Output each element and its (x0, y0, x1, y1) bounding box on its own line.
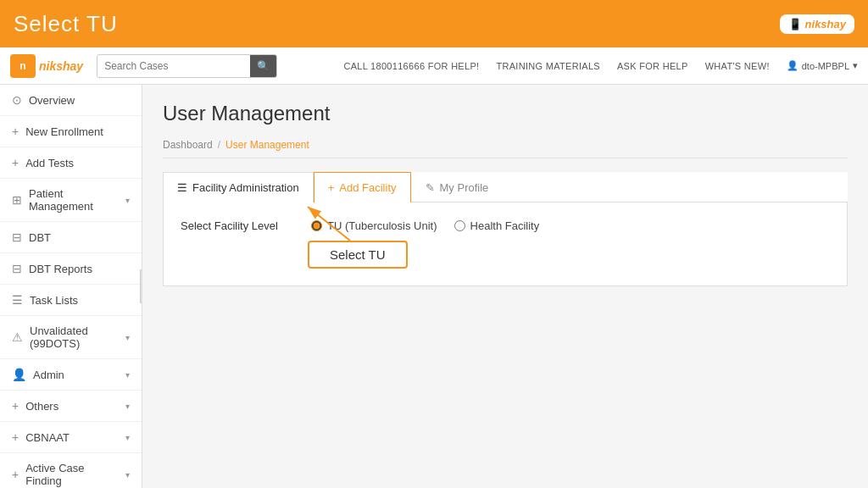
facility-level-label: Select Facility Level (181, 219, 291, 232)
patient-management-icon: ⊞ (12, 193, 22, 207)
nav-username: dto-MPBPL (802, 61, 849, 71)
add-tests-icon: + (12, 156, 19, 169)
breadcrumb-dashboard[interactable]: Dashboard (163, 139, 213, 151)
header-logo-icon: 📱 (788, 18, 802, 30)
sidebar-label-unvalidated: Unvalidated (99DOTS) (30, 324, 119, 350)
header-logo: 📱 nikshay (780, 14, 854, 34)
admin-arrow: ▾ (125, 370, 130, 380)
header-logo-text: nikshay (805, 18, 846, 30)
add-facility-tab-icon: + (328, 181, 335, 194)
sidebar: ⊙ Overview + New Enrollment + Add Tests … (0, 85, 142, 488)
facility-admin-tab-icon: ☰ (177, 181, 187, 194)
overview-icon: ⊙ (12, 93, 22, 107)
sidebar-item-dbt-reports[interactable]: ⊟ DBT Reports (0, 253, 142, 285)
nav-user-menu[interactable]: 👤 dto-MPBPL ▾ (787, 60, 858, 71)
header-title: Select TU (14, 11, 118, 37)
nav-logo[interactable]: n nikshay (10, 54, 83, 78)
unvalidated-arrow: ▾ (125, 333, 130, 342)
search-container: 🔍 (97, 54, 277, 78)
sidebar-item-new-enrollment[interactable]: + New Enrollment (0, 116, 142, 147)
tab-my-profile[interactable]: ✎ My Profile (411, 172, 504, 202)
sidebar-item-overview[interactable]: ⊙ Overview (0, 85, 142, 116)
patient-management-arrow: ▾ (125, 196, 130, 205)
radio-hf[interactable]: Health Facility (454, 219, 540, 232)
select-tu-label: Select TU (330, 247, 386, 262)
sidebar-item-admin[interactable]: 👤 Admin ▾ (0, 359, 142, 391)
dbt-icon: ⊟ (12, 230, 22, 244)
nav-ask-help[interactable]: ASK FOR HELP (617, 61, 688, 71)
sidebar-item-dbt[interactable]: ⊟ DBT (0, 222, 142, 253)
others-icon: + (12, 399, 19, 413)
sidebar-item-task-lists[interactable]: ☰ Task Lists (0, 285, 142, 316)
sidebar-label-dbt: DBT (29, 231, 51, 244)
breadcrumb-user-management[interactable]: User Management (225, 139, 309, 151)
sidebar-label-active-case-finding: Active Case Finding (25, 462, 119, 487)
sidebar-collapse-button[interactable]: ‹ (140, 269, 142, 303)
nav-whats-new[interactable]: WHAT'S NEW! (705, 61, 770, 71)
sidebar-item-unvalidated[interactable]: ⚠ Unvalidated (99DOTS) ▾ (0, 316, 142, 359)
select-tu-box: Select TU (308, 241, 408, 269)
sidebar-item-add-tests[interactable]: + Add Tests (0, 147, 142, 179)
tab-facility-administration[interactable]: ☰ Facility Administration (163, 172, 314, 202)
others-arrow: ▾ (125, 402, 130, 411)
breadcrumb-separator: / (218, 139, 220, 151)
my-profile-tab-icon: ✎ (426, 181, 435, 194)
callout-arrow-svg (299, 200, 367, 242)
nav-training[interactable]: TRAINING MATERIALS (496, 61, 600, 71)
active-case-finding-arrow: ▾ (125, 470, 130, 480)
search-input[interactable] (97, 60, 250, 72)
active-case-finding-icon: + (12, 468, 19, 481)
svg-line-1 (308, 207, 350, 241)
select-tu-callout: Select TU (308, 241, 408, 269)
sidebar-label-task-lists: Task Lists (30, 294, 78, 307)
nav-links: CALL 1800116666 FOR HELP! TRAINING MATER… (343, 60, 858, 71)
my-profile-tab-label: My Profile (440, 181, 489, 194)
user-icon: 👤 (787, 60, 798, 71)
top-header: Select TU 📱 nikshay (0, 0, 868, 47)
main-card: Select Facility Level TU (Tuberculosis U… (163, 202, 848, 286)
main-layout: ⊙ Overview + New Enrollment + Add Tests … (0, 85, 868, 488)
sidebar-label-cbnaat: CBNAAT (25, 431, 70, 444)
main-content: User Management Dashboard / User Managem… (142, 85, 868, 488)
sidebar-label-admin: Admin (33, 369, 64, 381)
nav-logo-icon: n (10, 54, 36, 78)
sidebar-label-new-enrollment: New Enrollment (25, 125, 103, 138)
nav-help-call[interactable]: CALL 1800116666 FOR HELP! (343, 61, 479, 71)
nav-logo-label: nikshay (39, 59, 83, 73)
tab-add-facility[interactable]: + Add Facility (314, 172, 411, 202)
add-facility-tab-label: Add Facility (339, 181, 396, 194)
new-enrollment-icon: + (12, 125, 19, 138)
radio-hf-label: Health Facility (470, 219, 540, 232)
tabs-container: ☰ Facility Administration + Add Facility… (163, 172, 848, 202)
sidebar-label-add-tests: Add Tests (25, 157, 74, 169)
sidebar-item-active-case-finding[interactable]: + Active Case Finding ▾ (0, 453, 142, 488)
unvalidated-icon: ⚠ (12, 330, 23, 344)
search-button[interactable]: 🔍 (250, 54, 276, 78)
task-lists-icon: ☰ (12, 293, 23, 307)
sidebar-label-others: Others (25, 400, 58, 413)
sidebar-item-patient-management[interactable]: ⊞ Patient Management ▾ (0, 179, 142, 222)
cbnaat-arrow: ▾ (125, 433, 130, 442)
sidebar-item-cbnaat[interactable]: + CBNAAT ▾ (0, 422, 142, 453)
facility-level-row: Select Facility Level TU (Tuberculosis U… (181, 219, 830, 232)
admin-icon: 👤 (12, 368, 26, 381)
radio-hf-input[interactable] (454, 220, 465, 231)
sidebar-item-others[interactable]: + Others ▾ (0, 391, 142, 422)
cbnaat-icon: + (12, 430, 19, 444)
nav-user-dropdown-icon: ▾ (853, 60, 858, 71)
page-title: User Management (163, 102, 848, 125)
facility-admin-tab-label: Facility Administration (192, 181, 299, 194)
navbar: n nikshay 🔍 CALL 1800116666 FOR HELP! TR… (0, 47, 868, 85)
sidebar-label-overview: Overview (29, 94, 75, 107)
sidebar-label-dbt-reports: DBT Reports (29, 263, 92, 275)
sidebar-label-patient-management: Patient Management (29, 187, 119, 213)
breadcrumb: Dashboard / User Management (163, 139, 848, 158)
dbt-reports-icon: ⊟ (12, 262, 22, 275)
